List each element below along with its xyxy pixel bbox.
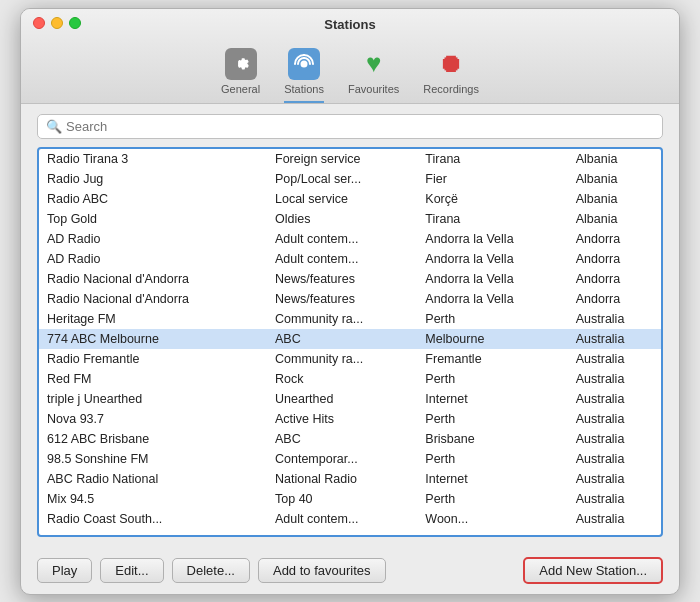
svg-point-0 <box>301 60 308 67</box>
cell-country: Albania <box>568 209 661 229</box>
cell-city: Andorra la Vella <box>417 249 567 269</box>
cell-city: Perth <box>417 489 567 509</box>
cell-genre: News/features <box>267 289 417 309</box>
table-row[interactable]: Radio Nacional d'AndorraNews/featuresAnd… <box>39 289 661 309</box>
cell-country: Albania <box>568 189 661 209</box>
cell-genre: Contemporar... <box>267 449 417 469</box>
heart-icon: ♥ <box>358 48 390 80</box>
cell-city: Tirana <box>417 149 567 169</box>
tab-general[interactable]: General <box>221 48 260 103</box>
footer: Play Edit... Delete... Add to favourites… <box>21 547 679 594</box>
table-row[interactable]: Top GoldOldiesTiranaAlbania <box>39 209 661 229</box>
cell-city: Fier <box>417 169 567 189</box>
cell-genre: Adult contem... <box>267 509 417 529</box>
cell-name: Radio ABC <box>39 189 267 209</box>
cell-country: Australia <box>568 449 661 469</box>
cell-country: Albania <box>568 169 661 189</box>
cell-city: Andorra la Vella <box>417 269 567 289</box>
cell-name: ABC Radio National <box>39 469 267 489</box>
cell-genre: News/features <box>267 269 417 289</box>
cell-country: Andorra <box>568 289 661 309</box>
tab-favourites[interactable]: ♥ Favourites <box>348 48 399 103</box>
table-row[interactable]: Nova 93.7Active HitsPerthAustralia <box>39 409 661 429</box>
cell-country: Australia <box>568 389 661 409</box>
cell-city: Korçë <box>417 189 567 209</box>
cell-genre: Oldies <box>267 209 417 229</box>
cell-name: 774 ABC Melbourne <box>39 329 267 349</box>
cell-genre: Community ra... <box>267 309 417 329</box>
cell-genre: Foreign service <box>267 149 417 169</box>
table-row[interactable]: Radio JugPop/Local ser...FierAlbania <box>39 169 661 189</box>
table-row[interactable]: AD RadioAdult contem...Andorra la VellaA… <box>39 249 661 269</box>
cell-country: Australia <box>568 329 661 349</box>
cell-genre: Adult contem... <box>267 229 417 249</box>
table-row[interactable]: Mix 94.5Top 40PerthAustralia <box>39 489 661 509</box>
cell-genre: Rock <box>267 369 417 389</box>
cell-name: Mix 94.5 <box>39 489 267 509</box>
toolbar: General Stations ♥ Favourites <box>197 40 503 103</box>
tab-general-label: General <box>221 83 260 95</box>
cell-name: Radio Fremantle <box>39 349 267 369</box>
cell-name: AD Radio <box>39 249 267 269</box>
gear-icon <box>225 48 257 80</box>
tab-stations[interactable]: Stations <box>284 48 324 103</box>
add-to-favourites-button[interactable]: Add to favourites <box>258 558 386 583</box>
cell-city: Woon... <box>417 509 567 529</box>
cell-country: Andorra <box>568 269 661 289</box>
table-row[interactable]: Radio Tirana 3Foreign serviceTiranaAlban… <box>39 149 661 169</box>
cell-genre: Unearthed <box>267 389 417 409</box>
cell-country: Australia <box>568 409 661 429</box>
tab-recordings-label: Recordings <box>423 83 479 95</box>
window-title: Stations <box>33 17 667 32</box>
table-row[interactable]: Heritage FMCommunity ra...PerthAustralia <box>39 309 661 329</box>
table-row[interactable]: Radio ABCLocal serviceKorçëAlbania <box>39 189 661 209</box>
cell-city: Tirana <box>417 209 567 229</box>
table-row[interactable]: Radio Nacional d'AndorraNews/featuresAnd… <box>39 269 661 289</box>
cell-name: Radio Tirana 3 <box>39 149 267 169</box>
tab-recordings[interactable]: ⏺ Recordings <box>423 48 479 103</box>
cell-genre: Adult contem... <box>267 249 417 269</box>
search-icon: 🔍 <box>46 119 62 134</box>
cell-city: Andorra la Vella <box>417 289 567 309</box>
cell-genre: Local service <box>267 189 417 209</box>
cell-country: Albania <box>568 149 661 169</box>
cell-name: AD Radio <box>39 229 267 249</box>
station-list[interactable]: Radio Tirana 3Foreign serviceTiranaAlban… <box>37 147 663 537</box>
search-bar[interactable]: 🔍 <box>37 114 663 139</box>
table-row[interactable]: Radio FremantleCommunity ra...FremantleA… <box>39 349 661 369</box>
table-row[interactable]: 774 ABC MelbourneABCMelbourneAustralia <box>39 329 661 349</box>
cell-country: Australia <box>568 369 661 389</box>
table-row[interactable]: triple j UnearthedUnearthedInternetAustr… <box>39 389 661 409</box>
main-window: Stations General <box>20 8 680 595</box>
cell-country: Andorra <box>568 229 661 249</box>
cell-country: Australia <box>568 489 661 509</box>
cell-city: Perth <box>417 369 567 389</box>
cell-country: Australia <box>568 309 661 329</box>
table-row[interactable]: ABC Radio NationalNational RadioInternet… <box>39 469 661 489</box>
table-row[interactable]: Red FMRockPerthAustralia <box>39 369 661 389</box>
cell-genre: Top 40 <box>267 489 417 509</box>
cell-name: triple j Unearthed <box>39 389 267 409</box>
cell-genre: Pop/Local ser... <box>267 169 417 189</box>
cell-genre: ABC <box>267 329 417 349</box>
add-new-station-button[interactable]: Add New Station... <box>523 557 663 584</box>
cell-city: Internet <box>417 469 567 489</box>
cell-name: Radio Nacional d'Andorra <box>39 269 267 289</box>
table-row[interactable]: AD RadioAdult contem...Andorra la VellaA… <box>39 229 661 249</box>
cell-genre: National Radio <box>267 469 417 489</box>
table-row[interactable]: 612 ABC BrisbaneABCBrisbaneAustralia <box>39 429 661 449</box>
edit-button[interactable]: Edit... <box>100 558 163 583</box>
cell-city: Fremantle <box>417 349 567 369</box>
cell-name: 612 ABC Brisbane <box>39 429 267 449</box>
table-row[interactable]: Radio Coast South...Adult contem...Woon.… <box>39 509 661 529</box>
table-row[interactable]: 98.5 Sonshine FMContemporar...PerthAustr… <box>39 449 661 469</box>
station-table: Radio Tirana 3Foreign serviceTiranaAlban… <box>39 149 661 529</box>
cell-name: 98.5 Sonshine FM <box>39 449 267 469</box>
delete-button[interactable]: Delete... <box>172 558 250 583</box>
play-button[interactable]: Play <box>37 558 92 583</box>
record-icon: ⏺ <box>435 48 467 80</box>
cell-country: Andorra <box>568 249 661 269</box>
titlebar: Stations General <box>21 9 679 104</box>
cell-genre: ABC <box>267 429 417 449</box>
search-input[interactable] <box>66 119 654 134</box>
